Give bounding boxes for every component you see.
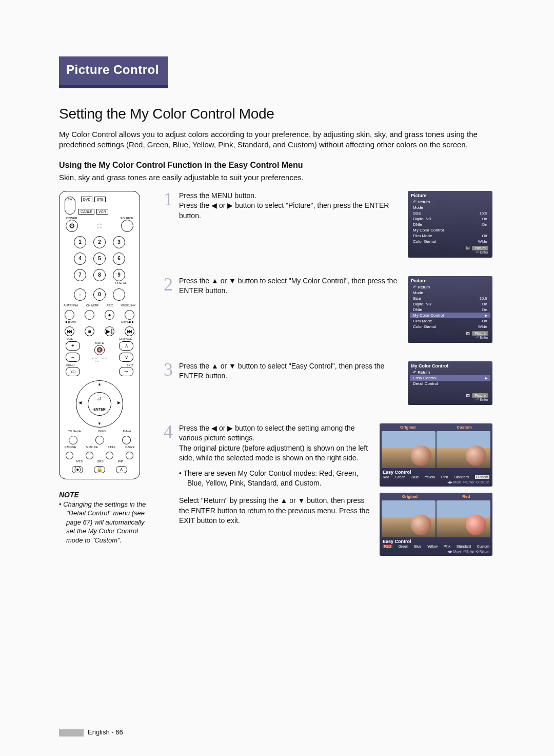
remote-forward-button[interactable]: ⏭ (125, 326, 134, 336)
remote-ch-down[interactable]: ∨ (119, 353, 133, 362)
remote-num-8[interactable]: 8 (93, 269, 106, 281)
remote-still-label: STILL (108, 445, 116, 449)
subheading: Using the My Color Control Function in t… (59, 161, 492, 170)
osd-picture-menu-2: Picture Return Mode Size16:9 Digital NRO… (408, 276, 492, 343)
remote-dnet-label: D-Net (123, 430, 131, 433)
remote-mute-button[interactable]: 🔇 (94, 345, 105, 355)
osd3-enter-label: Enter (480, 398, 488, 401)
osd2-picture-label: Picture (472, 331, 488, 336)
remote-ch-up[interactable]: ∧ (119, 341, 133, 351)
step-1-number: 1 (161, 191, 173, 207)
remote-num-9[interactable]: 9 (113, 269, 125, 281)
remote-srs-label: SRS (97, 460, 103, 463)
osd1-row-mycolor: My Color Control (408, 227, 492, 233)
osd2-row-filmmode: Film ModeOff (408, 318, 492, 324)
remote-wiselink-button[interactable] (125, 310, 134, 320)
remote-dayplus-label: Day+/▶▶ (121, 320, 134, 323)
remote-rec-button[interactable]: ● (105, 310, 114, 320)
remote-info-label: INFO (98, 430, 106, 433)
remote-psize-label: P.SIZE (125, 445, 134, 449)
osd2-enter-label: Enter (480, 336, 488, 339)
remote-dayminus-label: ◀◀/Day- (65, 320, 77, 323)
remote-src-dvd: DVD (81, 197, 93, 202)
remote-power-label: POWER (66, 217, 77, 220)
remote-num-3[interactable]: 3 (113, 236, 125, 248)
preview1-mode-bar: Red Green Blue Yellow Pink Standard Cust… (380, 475, 492, 480)
remote-num-5[interactable]: 5 (93, 253, 106, 265)
remote-info-button[interactable] (95, 436, 104, 444)
osd1-row-dnie: DNIeOn (408, 222, 492, 227)
remote-smode-button[interactable] (86, 452, 93, 459)
remote-num-7[interactable]: 7 (74, 269, 86, 281)
remote-tvguide-button[interactable] (69, 436, 77, 444)
osd3-picture-label: Picture (472, 393, 488, 398)
remote-source-button[interactable] (121, 220, 133, 232)
remote-num-2[interactable]: 2 (93, 236, 106, 248)
page-title: Setting the My Color Control Mode (59, 106, 492, 122)
remote-source-label: SOURCE (120, 217, 133, 220)
remote-num-1[interactable]: 1 (74, 236, 86, 248)
osd3-title: My Color Control (408, 363, 492, 370)
remote-menu-label: MENU (66, 364, 75, 367)
osd2-row-mycolor-selected: My Color Control (410, 313, 490, 318)
remote-play-button[interactable]: ▶‖ (105, 326, 114, 336)
remote-num-6[interactable]: 6 (113, 253, 125, 265)
osd2-return: Return (408, 284, 492, 290)
preview1-img-original (382, 431, 436, 468)
remote-vol-up[interactable]: + (66, 341, 80, 351)
osd1-row-size: Size16:9 (408, 210, 492, 216)
preview2-label-original: Original (402, 494, 418, 499)
remote-still-button[interactable] (106, 452, 113, 459)
osd1-row-filmmode: Film ModeOff (408, 233, 492, 239)
remote-chmgr-label: CH MGR (86, 304, 98, 307)
remote-vol-down[interactable]: – (66, 353, 80, 362)
remote-src-vcr: VCR (96, 209, 108, 215)
remote-prech-button[interactable] (113, 288, 125, 301)
osd1-row-digitalnr: Digital NROn (408, 216, 492, 222)
remote-chmgr-button[interactable] (85, 310, 94, 320)
page-number: English - 66 (88, 728, 123, 736)
remote-antenna-button[interactable] (65, 310, 74, 320)
preview1-img-custom (437, 431, 490, 468)
remote-up-icon: ▲ (76, 382, 123, 386)
remote-num-0[interactable]: 0 (93, 288, 106, 301)
step-4-text-b: Select "Return" by pressing the ▲ or ▼ b… (179, 496, 372, 526)
remote-dnet-button[interactable] (122, 436, 131, 444)
remote-psize-button[interactable] (126, 452, 133, 459)
step-4-bullet: There are seven My Color Control modes: … (179, 469, 372, 489)
remote-nav-ring[interactable]: ▲ ▼ ◀ ▶ ⏎ ENTER (76, 380, 123, 428)
osd2-row-mode: Mode (408, 290, 492, 296)
step-4-text-a: Press the ◀ or ▶ button to select the se… (179, 423, 372, 463)
preview2-img-red (437, 500, 490, 537)
remote-num-dash[interactable]: - (74, 288, 86, 301)
intro-paragraph: My Color Control allows you to adjust co… (59, 129, 480, 150)
remote-pip-button[interactable]: ∧ (116, 466, 127, 473)
note-body: Changing the settings in the "Detail Con… (59, 500, 146, 545)
preview1-label-original: Original (400, 425, 416, 430)
step-2-text: Press the ▲ or ▼ button to select "My Co… (179, 276, 402, 296)
remote-menu-button[interactable]: ▭ (66, 367, 80, 376)
osd1-return: Return (408, 199, 492, 205)
remote-pmode-button[interactable] (66, 452, 73, 459)
remote-exit-label: EXIT (127, 364, 133, 367)
remote-illustration: TV DVD STB CABLE VCR POWER SOURCE ⏻ (59, 191, 140, 479)
remote-tvguide-label: TV Guide (68, 430, 81, 433)
osd2-row-digitalnr: Digital NROn (408, 301, 492, 307)
remote-vol-label: VOL (67, 337, 73, 340)
osd2-row-dnie: DNIeOn (408, 307, 492, 313)
remote-mts-button[interactable]: (●) (72, 466, 83, 473)
osd1-row-mode: Mode (408, 205, 492, 210)
remote-exit-button[interactable]: ⇥ (119, 367, 133, 376)
remote-num-4[interactable]: 4 (74, 253, 86, 265)
remote-srs-button[interactable]: 🔒 (94, 466, 105, 473)
osd2-row-colorgamut: Color GamutWide (408, 324, 492, 329)
preview-easycontrol-red: Original Red Easy Control Red Green Blue (380, 493, 492, 556)
osd1-title: Picture (408, 193, 492, 199)
remote-chpage-label: CH/PAGE (118, 337, 132, 340)
remote-rewind-button[interactable]: ⏮ (65, 326, 74, 336)
remote-power-button[interactable]: ⏻ (66, 220, 78, 232)
osd1-picture-label: Picture (472, 246, 488, 250)
section-tab: Picture Control (59, 56, 168, 88)
remote-stop-button[interactable]: ■ (85, 326, 94, 336)
remote-enter-label: ENTER (76, 408, 123, 411)
